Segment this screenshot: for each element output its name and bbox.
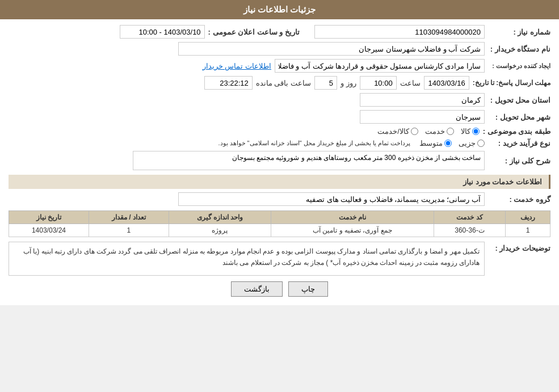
sharh-label: شرح کلی نیاز : <box>488 157 550 165</box>
row-tawzihat: توضیحات خریدار : تکمیل مهر و امضا و بارگ… <box>9 242 550 276</box>
row-ostan: استان محل تحویل : <box>9 93 550 107</box>
page-header: جزئیات اطلاعات نیاز <box>0 0 559 19</box>
name-dastgah-label: نام دستگاه خریدار : <box>488 45 550 53</box>
remaining-time-input[interactable] <box>204 76 253 90</box>
farayand-label: نوع فرآیند خرید : <box>488 139 550 147</box>
row-tabaqe: طبقه بندی موضوعی : کالا خدمت کالا/خدمت <box>9 127 550 136</box>
mohlet-saat-input[interactable] <box>360 76 397 90</box>
khadamat-table: ردیف کد خدمت نام خدمت واحد اندازه گیری ت… <box>9 210 550 237</box>
saat-label: ساعت <box>400 79 421 87</box>
goroh-khadamat-label: گروه خدمت : <box>488 195 550 204</box>
farayand-radio-group: جزیی متوسط <box>419 139 485 147</box>
row-mohlet: مهلت ارسال پاسخ: تا تاریخ: ساعت روز و سا… <box>9 76 550 90</box>
shahr-label: شهر محل تحویل : <box>488 113 550 121</box>
farayand-jozi-label: جزیی <box>459 139 476 147</box>
col-tarikh: تاریخ نیاز <box>9 211 89 224</box>
sharh-textarea[interactable] <box>133 151 485 170</box>
ijad-konande-input[interactable] <box>275 59 485 73</box>
shomara-label: شماره نیاز : <box>488 28 550 36</box>
cell-name: جمع آوری، تصفیه و تامین آب <box>271 224 434 237</box>
row-farayand: نوع فرآیند خرید : جزیی متوسط پرداخت تمام… <box>9 139 550 147</box>
table-row: 1ت-36-360جمع آوری، تصفیه و تامین آبپروژه… <box>9 224 550 237</box>
tawzihat-label: توضیحات خریدار : <box>488 242 550 252</box>
cell-kod: ت-36-360 <box>434 224 506 237</box>
cell-vahed: پروژه <box>169 224 271 237</box>
col-vahed: واحد اندازه گیری <box>169 211 271 224</box>
tabaqe-khadamat[interactable]: خدمت <box>425 127 454 136</box>
tabaqe-khadamat-label: خدمت <box>425 127 445 136</box>
row-shomara-tarikh: شماره نیاز : تاریخ و ساعت اعلان عمومی : <box>9 25 550 39</box>
khadamat-table-section: ردیف کد خدمت نام خدمت واحد اندازه گیری ت… <box>9 210 550 237</box>
cell-tedad: 1 <box>89 224 169 237</box>
goroh-khadamat-input[interactable] <box>178 192 485 206</box>
contact-link[interactable]: اطلاعات تماس خریدار <box>203 62 271 70</box>
mohlet-date-input[interactable] <box>424 76 469 90</box>
page-title: جزئیات اطلاعات نیاز <box>243 5 316 14</box>
shomara-input[interactable] <box>314 25 485 39</box>
row-ijad-konande: ایجاد کننده درخواست : اطلاعات تماس خریدا… <box>9 59 550 73</box>
row-shahr: شهر محل تحویل : <box>9 110 550 124</box>
cell-tarikh: 1403/03/24 <box>9 224 89 237</box>
farayand-motawaset-radio[interactable] <box>444 140 452 147</box>
tabaqe-kala-khadamat[interactable]: کالا/خدمت <box>377 127 418 136</box>
section-khadamat: اطلاعات خدمات مورد نیاز <box>9 175 550 189</box>
ostan-input[interactable] <box>360 93 485 107</box>
col-kod: کد خدمت <box>434 211 506 224</box>
col-tedad: تعداد / مقدار <box>89 211 169 224</box>
row-goroh-khadamat: گروه خدمت : <box>9 192 550 206</box>
tabaqe-khadamat-radio[interactable] <box>447 128 454 135</box>
tabaqe-radio-group: کالا خدمت کالا/خدمت <box>377 127 480 136</box>
tarikh-elaan-label: تاریخ و ساعت اعلان عمومی : <box>208 28 300 36</box>
tabaqe-kala-radio[interactable] <box>472 128 480 135</box>
row-name-dastgah: نام دستگاه خریدار : <box>9 42 550 56</box>
farayand-note: پرداخت تمام یا بخشی از مبلغ خریداز محل "… <box>218 140 410 147</box>
name-dastgah-input[interactable] <box>178 42 485 56</box>
farayand-jozi[interactable]: جزیی <box>459 139 485 147</box>
row-sharh: شرح کلی نیاز : <box>9 151 550 170</box>
farayand-jozi-radio[interactable] <box>477 140 485 147</box>
tabaqe-kala-khadamat-radio[interactable] <box>411 128 418 135</box>
chap-button[interactable]: چاپ <box>288 281 328 297</box>
tabaqe-kala[interactable]: کالا <box>461 127 480 136</box>
tawzihat-box: تکمیل مهر و امضا و بارگذاری تمامی اسناد … <box>9 242 485 276</box>
col-radif: ردیف <box>506 211 550 224</box>
tabaqe-kala-label: کالا <box>461 127 470 136</box>
mohlet-label: مهلت ارسال پاسخ: تا تاریخ: <box>473 79 550 87</box>
bazgasht-button[interactable]: بازگشت <box>231 281 283 297</box>
ijad-konande-label: ایجاد کننده درخواست : <box>488 62 550 70</box>
shahr-input[interactable] <box>360 110 485 124</box>
tabaqe-kala-khadamat-label: کالا/خدمت <box>377 127 409 136</box>
buttons-row: چاپ بازگشت <box>9 281 550 297</box>
tarikh-elaan-input[interactable] <box>120 25 205 39</box>
remaining-label: ساعت باقی مانده <box>256 79 311 87</box>
farayand-motawaset[interactable]: متوسط <box>419 139 452 147</box>
tabaqe-label: طبقه بندی موضوعی : <box>483 127 550 136</box>
farayand-motawaset-label: متوسط <box>419 139 443 147</box>
col-name: نام خدمت <box>271 211 434 224</box>
rooz-label: روز و <box>341 79 356 87</box>
mohlet-rooz-input[interactable] <box>314 76 337 90</box>
ostan-label: استان محل تحویل : <box>488 96 550 104</box>
cell-radif: 1 <box>506 224 550 237</box>
